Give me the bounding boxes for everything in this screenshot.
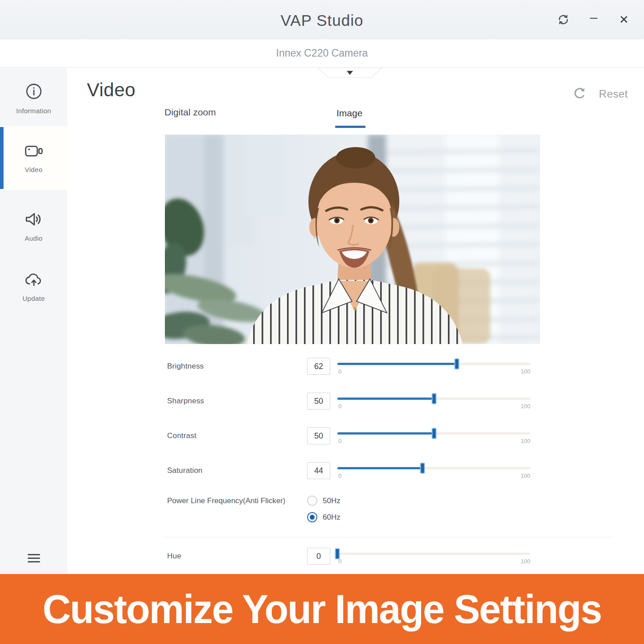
slider-min-label: 0 bbox=[338, 403, 341, 410]
cloud-upload-icon bbox=[24, 271, 44, 288]
sidebar-item-label: Audio bbox=[25, 234, 43, 242]
app-window: VAP Studio – ✕ Innex C220 Camera bbox=[0, 0, 644, 644]
app-title: VAP Studio bbox=[0, 12, 644, 29]
power-line-frequency-label: Power Line Frequency(Anti Flicker) bbox=[167, 496, 285, 505]
slider-max-label: 100 bbox=[521, 438, 530, 444]
video-camera-icon bbox=[24, 143, 44, 160]
video-panel: Video Reset Digital zoom Image bbox=[67, 68, 644, 574]
saturation-value-input[interactable]: 44 bbox=[307, 462, 330, 479]
slider-fill bbox=[337, 363, 457, 365]
active-tab-underline bbox=[335, 126, 365, 128]
tab-digital-zoom[interactable]: Digital zoom bbox=[164, 107, 216, 118]
title-bar: VAP Studio – ✕ bbox=[0, 0, 644, 39]
slider-track[interactable] bbox=[337, 553, 530, 555]
slider-min-label: 0 bbox=[338, 368, 341, 375]
slider-thumb[interactable] bbox=[455, 358, 459, 369]
radio-button-unselected[interactable] bbox=[307, 496, 317, 506]
slider-label: Hue bbox=[167, 552, 181, 561]
reset-button[interactable]: Reset bbox=[573, 86, 628, 102]
slider-thumb[interactable] bbox=[420, 463, 425, 474]
radio-label: 60Hz bbox=[323, 513, 340, 522]
setting-row-sharpness: Sharpness 50 0 100 bbox=[167, 391, 619, 411]
sidebar-item-label: Information bbox=[16, 107, 51, 115]
slider-max-label: 100 bbox=[521, 368, 530, 375]
slider-label: Sharpness bbox=[167, 397, 204, 406]
slider-max-label: 100 bbox=[521, 472, 530, 479]
slider-min-label: 0 bbox=[338, 558, 341, 565]
slider-max-label: 100 bbox=[521, 403, 530, 410]
sidebar-item-audio[interactable]: Audio bbox=[0, 204, 67, 248]
brightness-slider[interactable]: 0 100 bbox=[337, 357, 530, 376]
sidebar-item-label: Update bbox=[22, 295, 45, 302]
window-controls: – ✕ bbox=[556, 0, 632, 39]
sidebar: Information Video Audio bbox=[0, 68, 67, 574]
menu-icon[interactable] bbox=[28, 552, 40, 565]
close-button[interactable]: ✕ bbox=[616, 12, 632, 27]
device-name[interactable]: Innex C220 Camera bbox=[0, 47, 644, 59]
slider-fill bbox=[337, 398, 434, 400]
radio-label: 50Hz bbox=[323, 496, 340, 505]
device-bar: Innex C220 Camera bbox=[0, 39, 644, 68]
slider-thumb[interactable] bbox=[431, 393, 436, 404]
setting-row-saturation: Saturation 44 0 100 bbox=[167, 461, 619, 480]
tab-bar: Digital zoom Image bbox=[67, 105, 644, 127]
setting-row-brightness: Brightness 62 0 100 bbox=[167, 357, 619, 376]
camera-preview bbox=[165, 135, 540, 344]
sidebar-item-information[interactable]: Information bbox=[0, 82, 67, 127]
slider-max-label: 100 bbox=[521, 558, 530, 565]
contrast-slider[interactable]: 0 100 bbox=[337, 427, 530, 446]
device-dropdown-toggle[interactable] bbox=[317, 68, 382, 78]
slider-label: Saturation bbox=[167, 466, 203, 475]
minimize-button[interactable]: – bbox=[586, 12, 601, 27]
refresh-icon[interactable] bbox=[556, 12, 571, 27]
sidebar-item-update[interactable]: Update bbox=[0, 264, 67, 308]
slider-label: Contrast bbox=[167, 431, 197, 440]
contrast-value-input[interactable]: 50 bbox=[307, 427, 330, 444]
reset-icon bbox=[573, 86, 587, 102]
section-divider bbox=[163, 537, 613, 537]
tab-image[interactable]: Image bbox=[336, 108, 362, 119]
promo-banner: Customize Your Image Settings bbox=[0, 574, 644, 644]
sidebar-item-label: Video bbox=[25, 166, 43, 173]
slider-thumb[interactable] bbox=[431, 428, 436, 439]
sharpness-slider[interactable]: 0 100 bbox=[337, 392, 530, 411]
slider-fill bbox=[337, 432, 434, 435]
promo-banner-text: Customize Your Image Settings bbox=[42, 585, 601, 632]
hue-value-input[interactable]: 0 bbox=[307, 548, 330, 565]
radio-option-50hz[interactable]: 50Hz bbox=[307, 496, 340, 506]
slider-min-label: 0 bbox=[338, 438, 341, 444]
setting-row-contrast: Contrast 50 0 100 bbox=[167, 426, 619, 446]
slider-min-label: 0 bbox=[338, 472, 341, 479]
radio-option-60hz[interactable]: 60Hz bbox=[307, 512, 340, 522]
page-title: Video bbox=[87, 79, 135, 101]
brightness-value-input[interactable]: 62 bbox=[307, 358, 330, 375]
slider-fill bbox=[337, 467, 422, 469]
speaker-icon bbox=[24, 210, 44, 228]
radio-button-selected[interactable] bbox=[307, 512, 317, 522]
sharpness-value-input[interactable]: 50 bbox=[307, 393, 330, 410]
hue-slider[interactable]: 0 100 bbox=[337, 547, 530, 566]
info-icon bbox=[25, 82, 43, 101]
saturation-slider[interactable]: 0 100 bbox=[337, 462, 530, 480]
setting-row-hue: Hue 0 0 100 bbox=[167, 546, 619, 566]
sidebar-item-video[interactable]: Video bbox=[0, 126, 67, 190]
slider-label: Brightness bbox=[167, 362, 204, 371]
reset-label: Reset bbox=[599, 88, 628, 100]
